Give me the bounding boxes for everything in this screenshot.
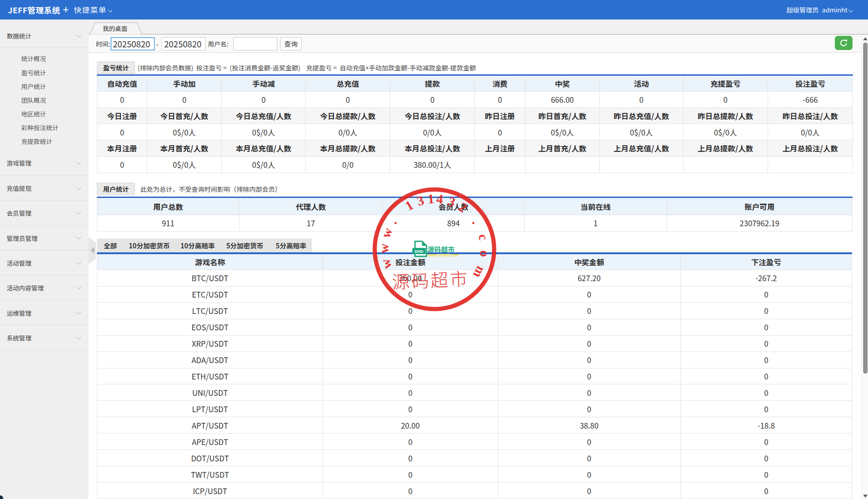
- svg-text:源码超市: 源码超市: [392, 265, 469, 294]
- svg-text:DHD: DHD: [415, 249, 423, 254]
- svg-text:.: .: [385, 216, 399, 227]
- svg-text:3: 3: [446, 193, 457, 209]
- svg-text:.: .: [469, 216, 484, 227]
- svg-text:w: w: [378, 226, 395, 240]
- svg-text:3: 3: [415, 193, 426, 209]
- svg-text:c: c: [476, 232, 491, 242]
- svg-text:1: 1: [403, 197, 415, 213]
- svg-text:w: w: [376, 244, 391, 254]
- svg-text:2: 2: [456, 199, 470, 215]
- svg-text:o: o: [477, 250, 492, 258]
- svg-text:4: 4: [436, 191, 444, 206]
- svg-text:1: 1: [427, 191, 434, 206]
